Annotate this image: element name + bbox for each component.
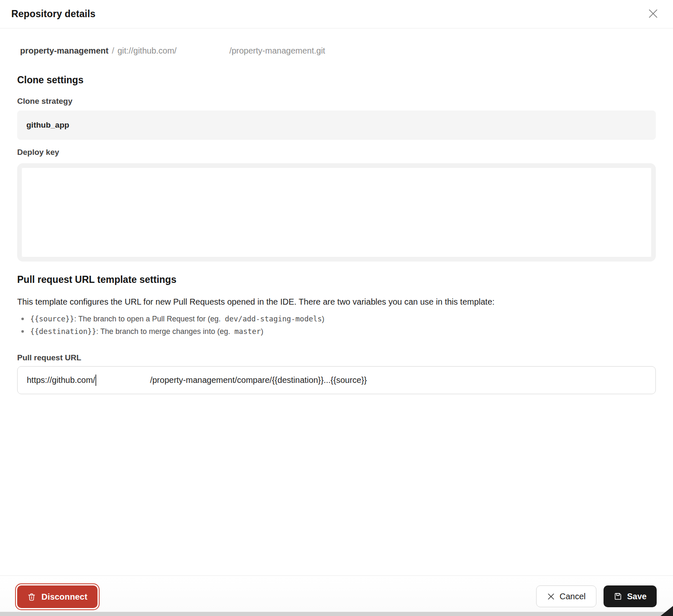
variable-description: : The branch to merge changes into (eg. [96, 327, 232, 336]
disconnect-label: Disconnect [41, 592, 87, 602]
url-value-suffix: /property-management/compare/{{destinati… [150, 375, 367, 385]
pull-request-url-input[interactable]: https://github.com//property-management/… [17, 366, 656, 394]
pr-template-settings-heading: Pull request URL template settings [17, 273, 656, 286]
clone-strategy-field: github_app [17, 110, 656, 140]
pr-template-description: This template configures the URL for new… [17, 295, 656, 308]
pull-request-url-label: Pull request URL [17, 353, 656, 363]
variable-suffix: ) [261, 327, 263, 336]
x-icon [547, 593, 555, 601]
page-background-strip [0, 612, 673, 616]
bullet-icon [21, 318, 24, 320]
url-value-prefix: https://github.com/ [27, 375, 95, 385]
deploy-key-textarea[interactable] [21, 167, 652, 257]
modal-header: Repository details [0, 0, 673, 28]
modal-body: property-management/git://github.com//pr… [0, 28, 673, 394]
variable-code: {{source}} [30, 315, 74, 323]
save-label: Save [627, 592, 647, 601]
deploy-key-frame [17, 163, 656, 262]
close-button[interactable] [645, 7, 660, 22]
clone-settings-heading: Clone settings [17, 74, 656, 86]
footer-actions: Cancel Save [536, 585, 657, 607]
repo-url-prefix: git://github.com/ [118, 46, 177, 55]
cancel-label: Cancel [560, 592, 586, 601]
repository-details-modal: Repository details property-management/g… [0, 0, 673, 616]
breadcrumb: property-management/git://github.com//pr… [17, 28, 656, 56]
variable-suffix: ) [322, 315, 324, 323]
save-button[interactable]: Save [604, 585, 657, 607]
deploy-key-label: Deploy key [17, 147, 656, 157]
repo-url-suffix: /property-management.git [229, 46, 325, 55]
cancel-button[interactable]: Cancel [536, 585, 596, 607]
list-item: {{destination}}: The branch to merge cha… [17, 325, 656, 338]
variable-description: : The branch to open a Pull Request for … [74, 315, 223, 323]
template-variable-list: {{source}}: The branch to open a Pull Re… [17, 313, 656, 338]
breadcrumb-separator: / [112, 46, 114, 55]
variable-code: {{destination}} [30, 327, 96, 336]
repo-name: property-management [20, 46, 108, 55]
clone-strategy-label: Clone strategy [17, 96, 656, 106]
clone-strategy-value: github_app [26, 121, 69, 130]
trash-icon [27, 593, 36, 601]
page-title: Repository details [11, 8, 95, 20]
floppy-disk-icon [614, 592, 622, 601]
variable-example: dev/add-staging-models [225, 315, 322, 323]
close-icon [647, 8, 659, 21]
list-item: {{source}}: The branch to open a Pull Re… [17, 313, 656, 325]
bullet-icon [21, 330, 24, 333]
modal-footer: Disconnect Cancel Save [0, 575, 673, 612]
disconnect-button[interactable]: Disconnect [17, 585, 98, 608]
text-caret [95, 375, 96, 386]
variable-example: master [234, 327, 261, 336]
